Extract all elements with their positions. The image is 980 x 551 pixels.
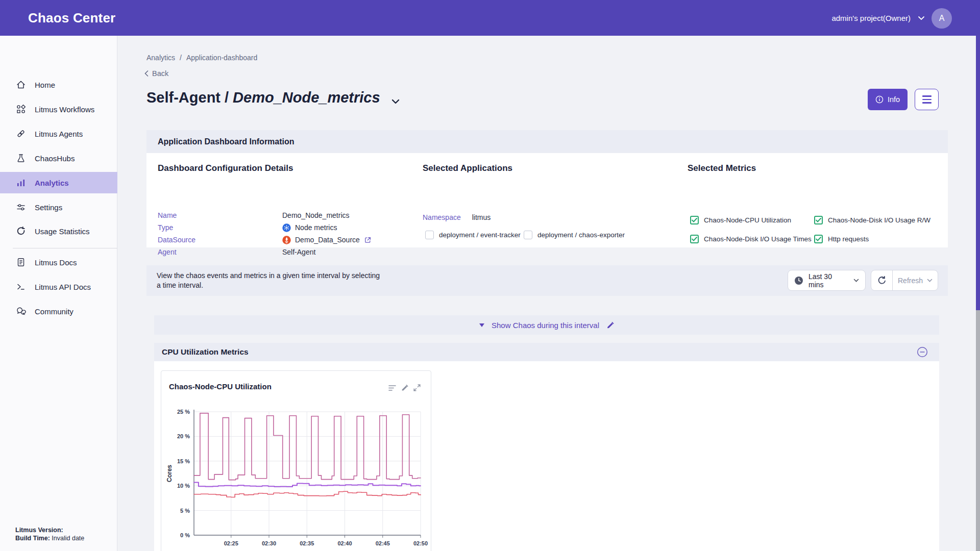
link-icon (15, 128, 27, 139)
cpu-metrics-title: CPU Utilization Metrics (162, 347, 249, 357)
config-agent-value: Self-Agent (282, 248, 315, 256)
svg-text:15 %: 15 % (177, 458, 190, 464)
checkbox-label: Http requests (828, 235, 869, 243)
sidebar-item-label: Litmus Workflows (35, 105, 94, 114)
version-label: Litmus Version: (15, 527, 63, 534)
checkbox-label: deployment / chaos-exporter (537, 231, 625, 239)
breadcrumb-analytics[interactable]: Analytics (146, 54, 175, 62)
show-chaos-toggle[interactable]: Show Chaos during this interval (154, 315, 939, 335)
app-checkbox-chaos-exporter: deployment / chaos-exporter (524, 231, 625, 239)
checkbox[interactable] (814, 216, 823, 224)
cpu-utilization-chart: 0 %5 %10 %15 %20 %25 %02:2502:3002:3502:… (161, 371, 432, 551)
legend-lines-icon (388, 385, 396, 391)
svg-text:02:30: 02:30 (262, 540, 276, 546)
chart-expand-button[interactable] (413, 384, 421, 391)
checkbox[interactable] (814, 235, 823, 243)
chevron-down-icon (853, 279, 859, 282)
sidebar-item-label: Litmus Docs (35, 258, 77, 267)
dashboard-menu-button[interactable] (915, 89, 939, 110)
metric-checkbox-disk-io-rw: Chaos-Node-Disk I/O Usage R/W (814, 216, 930, 224)
page-title-dashboard: Demo_Node_metrics (233, 89, 380, 106)
chart-legend-button[interactable] (388, 385, 396, 391)
cpu-metrics-section-header: CPU Utilization Metrics (154, 343, 939, 361)
cpu-utilization-chart-card: 0 %5 %10 %15 %20 %25 %02:2502:3002:3502:… (161, 370, 431, 551)
chat-bubbles-icon (15, 306, 27, 317)
refresh-interval-select[interactable]: Refresh (893, 277, 938, 285)
info-button[interactable]: Info (868, 89, 908, 110)
build-time-label: Build Time: (15, 535, 50, 542)
sidebar-item-usage-statistics[interactable]: Usage Statistics (0, 220, 117, 242)
svg-text:02:35: 02:35 (300, 540, 314, 546)
sidebar-item-litmus-api-docs[interactable]: Litmus API Docs (0, 276, 117, 297)
project-selector[interactable]: admin's project(Owner) (831, 0, 925, 36)
workflows-icon (15, 104, 27, 115)
title-dropdown-caret[interactable] (391, 91, 400, 108)
checkbox-label: Chaos-Node-Disk I/O Usage R/W (828, 216, 930, 224)
chevron-down-icon (918, 16, 925, 20)
time-interval-description: View the chaos events and metrics in a g… (157, 271, 384, 290)
svg-text:02:45: 02:45 (376, 540, 390, 546)
sidebar-item-label: Usage Statistics (35, 227, 90, 236)
dashboard-info-panel-body: Dashboard Configuration Details Name Dem… (146, 153, 948, 247)
expand-icon (413, 384, 421, 391)
clock-icon (794, 276, 803, 285)
sidebar-item-litmus-docs[interactable]: Litmus Docs (0, 252, 117, 273)
sidebar-item-label: Analytics (35, 179, 69, 187)
config-agent-label: Agent (158, 248, 177, 256)
sidebar-item-chaoshubs[interactable]: ChaosHubs (0, 147, 117, 169)
collapse-section-button[interactable] (917, 346, 928, 358)
metric-checkbox-http-requests: Http requests (814, 235, 869, 243)
config-details-title: Dashboard Configuration Details (158, 163, 293, 173)
checkbox[interactable] (524, 231, 532, 239)
breadcrumb-application-dashboard[interactable]: Application-dashboard (186, 54, 257, 62)
back-link[interactable]: Back (144, 69, 168, 78)
svg-text:25 %: 25 % (177, 409, 190, 415)
time-range-select[interactable]: Last 30 mins (788, 270, 866, 291)
sidebar-divider (13, 248, 117, 248)
sidebar-item-settings[interactable]: Settings (0, 196, 117, 218)
page-title-separator: / (225, 89, 229, 106)
external-link-icon[interactable] (364, 236, 372, 244)
analytics-icon (15, 177, 27, 188)
refresh-now-button[interactable] (871, 270, 893, 290)
chaos-center-app: Chaos Center admin's project(Owner) A Ho… (0, 0, 980, 551)
chart-actions (388, 384, 421, 391)
chevron-down-icon (927, 279, 933, 282)
document-icon (15, 257, 27, 268)
config-name-label: Name (158, 211, 177, 219)
sidebar-item-label: Community (35, 307, 74, 316)
checkbox[interactable] (425, 231, 434, 239)
sidebar-item-litmus-agents[interactable]: Litmus Agents (0, 123, 117, 144)
svg-text:02:25: 02:25 (224, 540, 238, 546)
chevron-left-icon (144, 70, 149, 77)
dashboard-info-panel-title: Application Dashboard Information (146, 130, 948, 153)
build-time-value: Invalid date (52, 535, 84, 542)
project-selector-label: admin's project(Owner) (831, 14, 911, 22)
dashboard-info-panel: Application Dashboard Information Dashbo… (146, 130, 948, 247)
version-info: Litmus Version: Build Time: Invalid date (15, 526, 84, 542)
page-title-agent: Self-Agent (146, 89, 220, 106)
page-title: Self-Agent / Demo_Node_metrics (146, 88, 400, 108)
sidebar-item-litmus-workflows[interactable]: Litmus Workflows (0, 98, 117, 120)
minus-circle-icon (917, 346, 928, 358)
edit-pencil-icon[interactable] (606, 321, 614, 329)
refresh-circle-icon (15, 226, 27, 237)
avatar[interactable]: A (932, 8, 952, 29)
svg-text:02:50: 02:50 (413, 540, 428, 546)
sidebar-item-label: Home (35, 81, 55, 89)
namespace-label: Namespace (423, 213, 461, 221)
checkbox-label: deployment / event-tracker (439, 231, 521, 239)
scrollbar-thumb[interactable] (976, 36, 980, 310)
metric-checkbox-disk-io-times: Chaos-Node-Disk I/O Usage Times (690, 235, 812, 243)
sidebar-item-label: Litmus API Docs (35, 283, 91, 291)
refresh-controls: Refresh (871, 270, 938, 291)
checkbox[interactable] (690, 216, 699, 224)
sidebar-item-community[interactable]: Community (0, 300, 117, 322)
caret-down-icon (479, 323, 484, 327)
sidebar-item-analytics[interactable]: Analytics (0, 172, 117, 193)
checkbox[interactable] (690, 235, 699, 243)
selected-applications-title: Selected Applications (423, 163, 512, 173)
sidebar-item-home[interactable]: Home (0, 74, 117, 95)
config-datasource-label: DataSource (158, 236, 195, 244)
chart-edit-button[interactable] (401, 384, 408, 391)
